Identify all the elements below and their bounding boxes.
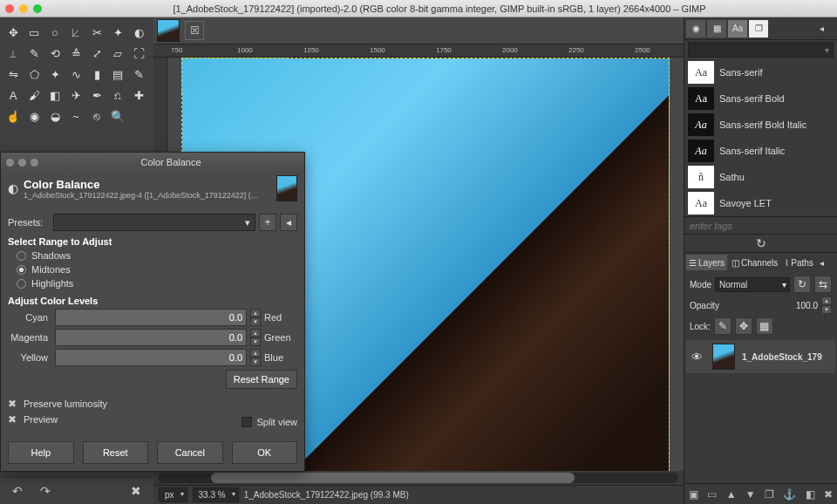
font-item[interactable]: AaSans-serif Bold Italic [686, 112, 835, 138]
gradient-tool-icon[interactable]: ▤ [108, 65, 127, 84]
color-picker-tool-icon[interactable]: ⎋ [87, 106, 106, 126]
dialog-close-icon[interactable] [6, 159, 14, 167]
blur-tool-icon[interactable]: ◉ [24, 106, 44, 126]
reset-range-button[interactable]: Reset Range [226, 370, 297, 389]
zoom-dot[interactable] [33, 4, 42, 13]
close-dot[interactable] [5, 4, 14, 13]
channels-tab[interactable]: ◫Channels [729, 255, 780, 270]
font-item[interactable]: AaSavoye LET [686, 190, 835, 216]
slider-spinner[interactable]: ▲▼ [250, 349, 261, 366]
smudge-tool-icon[interactable]: ☝ [3, 106, 23, 126]
slider-spinner[interactable]: ▲▼ [250, 309, 261, 326]
unit-select[interactable]: px [159, 487, 187, 502]
duplicate-layer-icon[interactable]: ❐ [765, 488, 774, 501]
text-tool-icon[interactable]: A [3, 85, 23, 105]
free-select-tool-icon[interactable]: ⟀ [66, 23, 85, 42]
opacity-spinner[interactable]: ▲▼ [821, 296, 832, 314]
paths-tab[interactable]: ⌇Paths [782, 255, 816, 270]
fonts-tab-icon[interactable]: Aa [728, 20, 747, 37]
slider-track[interactable]: 0.0 [55, 329, 247, 346]
dialog-zoom-icon[interactable] [31, 159, 38, 167]
image-tab-close-icon[interactable]: ☒ [185, 21, 204, 40]
new-layer-icon[interactable]: ▣ [689, 488, 698, 501]
redo-icon[interactable]: ↷ [37, 482, 54, 500]
font-item[interactable]: AaSans-serif Italic [686, 138, 835, 164]
lock-pixels-icon[interactable]: ✎ [714, 317, 732, 335]
font-item[interactable]: ñSathu [686, 164, 835, 190]
zoom-select[interactable]: 33.3 % [193, 487, 239, 502]
delete-icon[interactable]: ✖ [127, 482, 145, 500]
measure-tool-icon[interactable]: ≙ [66, 44, 85, 63]
slider-spinner[interactable]: ▲▼ [250, 329, 261, 346]
dialog-titlebar[interactable]: Color Balance [1, 153, 304, 172]
preview-toggle[interactable]: ✖Preview [8, 412, 58, 427]
airbrush-tool-icon[interactable]: ✈ [66, 85, 85, 105]
unified-tool-icon[interactable]: ✦ [45, 65, 65, 84]
scissors-tool-icon[interactable]: ✂ [87, 23, 106, 42]
image-tab-thumb[interactable] [157, 19, 180, 42]
refresh-fonts-icon[interactable]: ↻ [684, 234, 837, 253]
slider-track[interactable]: 0.0 [55, 349, 247, 366]
mode-toggle-icon[interactable]: ↻ [793, 276, 811, 293]
horizontal-scrollbar[interactable] [153, 471, 684, 485]
cage-tool-icon[interactable]: ⬠ [24, 65, 44, 84]
zoom-tool-icon[interactable]: 🔍 [108, 106, 127, 126]
preset-add-icon[interactable]: + [259, 214, 276, 231]
slider-track[interactable]: 0.0 [55, 309, 247, 326]
dialog-minimize-icon[interactable] [18, 159, 26, 167]
path-tool-icon[interactable]: ~ [66, 106, 85, 126]
lock-position-icon[interactable]: ✥ [735, 317, 752, 335]
ellipse-select-tool-icon[interactable]: ○ [45, 23, 65, 42]
perspective-tool-icon[interactable]: ⛶ [129, 44, 148, 63]
font-item[interactable]: AaSans-serif Bold [686, 85, 835, 112]
undo-history-icon[interactable]: ↶ [9, 482, 26, 500]
delete-layer-icon[interactable]: ✖ [824, 488, 833, 501]
split-view-checkbox[interactable] [242, 417, 252, 427]
font-item[interactable]: AaSans-serif [686, 59, 835, 85]
raise-layer-icon[interactable]: ▲ [726, 488, 737, 501]
layers-dock-menu-icon[interactable]: ◂ [820, 258, 835, 268]
rotate-tool-icon[interactable]: ⟲ [45, 44, 65, 63]
eraser-tool-icon[interactable]: ◧ [45, 85, 65, 105]
cancel-button[interactable]: Cancel [157, 441, 223, 464]
brushes-tab-icon[interactable]: ◉ [686, 20, 705, 37]
paintbrush-tool-icon[interactable]: 🖌 [24, 85, 44, 105]
minimize-dot[interactable] [19, 4, 28, 13]
opacity-value[interactable]: 100.0 [786, 301, 818, 310]
help-button[interactable]: Help [8, 441, 74, 464]
patterns-tab-icon[interactable]: ▦ [707, 20, 726, 37]
layer-group-icon[interactable]: ▭ [707, 488, 717, 501]
bucket-tool-icon[interactable]: ▮ [87, 65, 106, 84]
radio-midtones[interactable]: Midtones [8, 262, 297, 276]
ink-tool-icon[interactable]: ✒ [87, 85, 106, 105]
move-tool-icon[interactable]: ✥ [3, 23, 23, 42]
blend-mode-select[interactable]: Normal [715, 277, 790, 292]
layer-row[interactable]: 👁 1_AdobeStock_179 [686, 340, 835, 373]
lower-layer-icon[interactable]: ▼ [745, 488, 756, 501]
shear-tool-icon[interactable]: ▱ [108, 44, 127, 63]
font-filter-input[interactable] [688, 42, 834, 58]
fuzzy-select-tool-icon[interactable]: ✦ [108, 23, 127, 42]
mask-layer-icon[interactable]: ◧ [806, 488, 815, 501]
heal-tool-icon[interactable]: ✚ [129, 85, 148, 105]
ok-button[interactable]: OK [232, 441, 298, 464]
preset-menu-icon[interactable]: ◂ [280, 214, 297, 231]
mode-switch-icon[interactable]: ⇆ [814, 276, 832, 293]
lock-alpha-icon[interactable]: ▦ [756, 317, 773, 335]
flip-tool-icon[interactable]: ⇋ [3, 65, 23, 84]
history-tab-icon[interactable]: ❐ [749, 20, 768, 37]
tags-input[interactable]: enter tags [684, 216, 837, 234]
wand-tool-icon[interactable]: ✎ [24, 44, 44, 63]
merge-layer-icon[interactable]: ⚓ [783, 488, 796, 501]
scale-tool-icon[interactable]: ⤢ [87, 44, 106, 63]
clone-tool-icon[interactable]: ⎌ [108, 85, 127, 105]
layer-visibility-icon[interactable]: 👁 [691, 351, 705, 364]
reset-button[interactable]: Reset [83, 441, 149, 464]
pencil-tool-icon[interactable]: ✎ [129, 65, 148, 84]
dodge-tool-icon[interactable]: ◒ [45, 106, 65, 126]
preserve-luminosity-toggle[interactable]: ✖Preserve luminosity [8, 396, 297, 412]
radio-shadows[interactable]: Shadows [8, 249, 297, 262]
presets-select[interactable] [53, 214, 255, 231]
crop-tool-icon[interactable]: ⟂ [3, 44, 23, 63]
warp-tool-icon[interactable]: ∿ [66, 65, 85, 84]
